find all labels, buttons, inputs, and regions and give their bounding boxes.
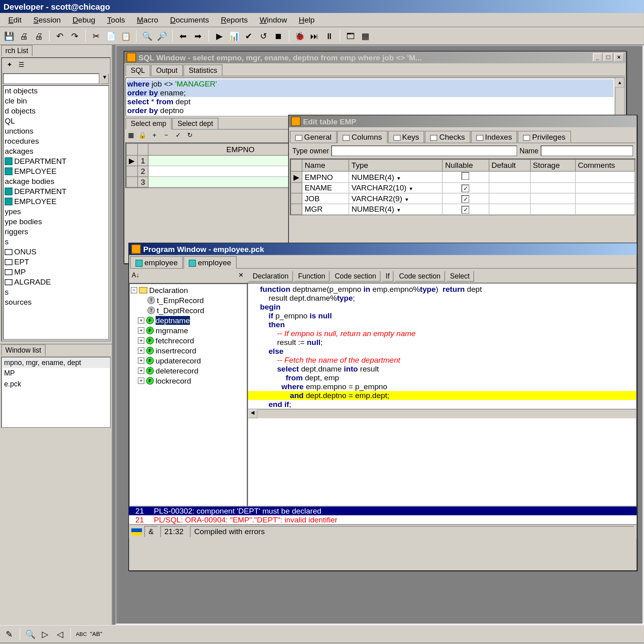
- nav-declaration[interactable]: Declaration: [248, 271, 293, 281]
- rollback-icon[interactable]: ↺: [257, 29, 270, 43]
- cut-icon[interactable]: ✂: [89, 29, 103, 43]
- case-icon[interactable]: ABC: [74, 627, 88, 641]
- del-icon[interactable]: −: [161, 131, 171, 141]
- close-tree-icon[interactable]: ✕: [235, 271, 246, 281]
- tab-statistics[interactable]: Statistics: [184, 64, 223, 76]
- fwd-icon[interactable]: ➡: [191, 29, 205, 43]
- step-icon[interactable]: ⏭: [308, 29, 321, 43]
- commit-icon[interactable]: ✔: [242, 29, 256, 43]
- window-list-item[interactable]: MP: [2, 368, 110, 378]
- tree-item[interactable]: s: [4, 287, 108, 297]
- sort-icon[interactable]: A↓: [130, 271, 140, 281]
- tab-general[interactable]: General: [290, 131, 336, 142]
- program-tree[interactable]: −DeclarationTt_EmpRecordTt_DeptRecord+Fd…: [129, 283, 247, 506]
- tab-checks[interactable]: Checks: [425, 131, 470, 142]
- error-row[interactable]: 21PL/SQL: ORA-00904: "EMP"."DEPT": inval…: [129, 515, 636, 524]
- tree-item[interactable]: DEPARTMENT: [4, 186, 108, 196]
- nav-code-section[interactable]: Code section: [395, 271, 445, 281]
- copy-icon[interactable]: 📄: [104, 29, 118, 43]
- quote-icon[interactable]: "AB": [89, 627, 103, 641]
- menu-window[interactable]: Window: [254, 14, 293, 25]
- paste-icon[interactable]: 📋: [119, 29, 132, 43]
- tree-item[interactable]: EPT: [4, 257, 108, 267]
- tab-columns[interactable]: Columns: [337, 131, 387, 143]
- wand-icon[interactable]: ✦: [4, 60, 14, 71]
- tab-privileges[interactable]: Privileges: [518, 131, 571, 142]
- redo-icon[interactable]: ↷: [68, 29, 82, 43]
- add-icon[interactable]: +: [149, 131, 159, 141]
- package-tab[interactable]: employee: [130, 256, 183, 268]
- bookmark2-icon[interactable]: ◁: [53, 627, 67, 641]
- tab-output[interactable]: Output: [151, 64, 183, 76]
- result-tab[interactable]: Select dept: [172, 118, 219, 129]
- tree-item[interactable]: cle bin: [4, 96, 108, 106]
- save-icon[interactable]: 💾: [2, 29, 16, 43]
- tree-item[interactable]: ypes: [4, 206, 108, 217]
- tab-indexes[interactable]: Indexes: [471, 131, 517, 142]
- tree-item[interactable]: ONUS: [4, 247, 108, 257]
- filter-icon[interactable]: ☰: [16, 60, 27, 71]
- tree-item[interactable]: DEPARTMENT: [4, 156, 108, 166]
- print2-icon[interactable]: 🖨: [32, 29, 45, 43]
- tree-item[interactable]: sources: [4, 297, 108, 307]
- close-button[interactable]: ×: [614, 53, 624, 62]
- lock-icon[interactable]: 🔒: [137, 131, 148, 141]
- tree-item[interactable]: rocedures: [4, 136, 108, 146]
- window-icon[interactable]: 🗔: [344, 29, 357, 43]
- replace-icon[interactable]: 🔎: [155, 29, 169, 43]
- sql-editor[interactable]: where job <> 'MANAGER'order by ename;sel…: [126, 78, 625, 117]
- name-input[interactable]: [541, 146, 633, 156]
- menu-tools[interactable]: Tools: [101, 14, 131, 25]
- search-list-tab[interactable]: rch List: [1, 45, 32, 56]
- tree-item[interactable]: EMPLOYEE: [4, 166, 108, 176]
- nav-function[interactable]: Function: [294, 271, 329, 281]
- menu-reports[interactable]: Reports: [215, 14, 254, 25]
- refresh-icon[interactable]: ↻: [185, 131, 195, 141]
- menu-debug[interactable]: Debug: [67, 14, 101, 25]
- result-tab[interactable]: Select emp: [126, 118, 172, 130]
- tree-item[interactable]: ackages: [4, 146, 108, 156]
- tree-item[interactable]: QL: [4, 116, 108, 126]
- maximize-button[interactable]: □: [603, 53, 613, 62]
- nav-select[interactable]: Select: [446, 271, 474, 281]
- menu-help[interactable]: Help: [293, 14, 321, 25]
- nav-if[interactable]: If: [382, 271, 394, 281]
- code-editor[interactable]: function deptname(p_empno in emp.empno%t…: [247, 283, 636, 507]
- find-icon[interactable]: 🔍: [140, 29, 154, 43]
- print-icon[interactable]: 🖨: [17, 29, 31, 43]
- tree-item[interactable]: unctions: [4, 126, 108, 136]
- minimize-button[interactable]: _: [593, 53, 603, 62]
- tree-item[interactable]: nt objects: [4, 86, 108, 96]
- find2-icon[interactable]: 🔍: [24, 627, 37, 641]
- debug-icon[interactable]: 🐞: [293, 29, 307, 43]
- stop-icon[interactable]: ⏹: [272, 29, 285, 43]
- bookmark-icon[interactable]: ▷: [39, 627, 52, 641]
- window-list-tab[interactable]: Window list: [1, 345, 45, 356]
- tree-item[interactable]: s: [4, 237, 108, 247]
- tile-icon[interactable]: ▦: [359, 29, 372, 43]
- tree-item[interactable]: ALGRADE: [4, 277, 108, 287]
- menu-edit[interactable]: Edit: [2, 14, 27, 25]
- break-icon[interactable]: ⏸: [322, 29, 336, 43]
- tree-item[interactable]: ype bodies: [4, 217, 108, 227]
- execute-icon[interactable]: ▶: [213, 29, 226, 43]
- undo-icon[interactable]: ↶: [53, 29, 67, 43]
- menu-macro[interactable]: Macro: [131, 14, 164, 25]
- tree-item[interactable]: ackage bodies: [4, 176, 108, 186]
- beautify-icon[interactable]: ✎: [2, 627, 16, 641]
- tree-item[interactable]: riggers: [4, 227, 108, 237]
- type-owner-input[interactable]: [331, 146, 517, 156]
- error-row[interactable]: 21PLS-00302: component 'DEPT' must be de…: [129, 506, 636, 515]
- window-list-item[interactable]: e.pck: [2, 379, 110, 389]
- back-icon[interactable]: ⬅: [176, 29, 190, 43]
- menu-session[interactable]: Session: [27, 14, 66, 25]
- package-tab[interactable]: employee: [184, 256, 236, 269]
- tree-item[interactable]: MP: [4, 267, 108, 277]
- explain-icon[interactable]: 📊: [227, 29, 241, 43]
- tree-item[interactable]: EMPLOYEE: [4, 196, 108, 206]
- tab-keys[interactable]: Keys: [388, 131, 425, 142]
- schema-dropdown[interactable]: [3, 73, 99, 84]
- menu-documents[interactable]: Documents: [164, 14, 215, 25]
- nav-code-section[interactable]: Code section: [330, 271, 380, 281]
- tab-sql[interactable]: SQL: [126, 64, 151, 76]
